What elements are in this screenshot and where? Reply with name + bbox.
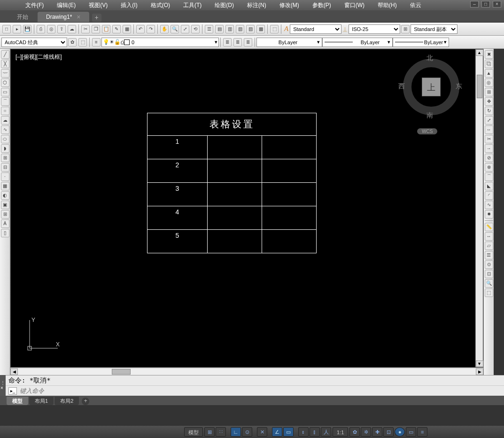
group-icon[interactable]: ⬚	[270, 25, 279, 33]
copy-obj-icon[interactable]: ⿻	[485, 60, 493, 68]
stretch-icon[interactable]: ↔	[485, 125, 493, 134]
dimstyle-select[interactable]: ISO-25	[349, 24, 400, 34]
hardware-accel-icon[interactable]: ⊡	[383, 427, 394, 437]
list-icon[interactable]: ☰	[485, 251, 493, 259]
menu-dimension[interactable]: 标注(N)	[240, 1, 273, 9]
scroll-thumb-v[interactable]	[477, 75, 482, 98]
menu-tools[interactable]: 工具(T)	[177, 1, 208, 9]
tool-palette-icon[interactable]: ▥	[225, 25, 234, 33]
qp-toggle-icon[interactable]: 人	[321, 427, 331, 437]
scroll-up-icon[interactable]: ▲	[476, 49, 483, 56]
scroll-down-icon[interactable]: ▼	[476, 360, 483, 367]
cloud-icon[interactable]: ☁	[68, 25, 76, 33]
table-cell[interactable]	[262, 159, 317, 183]
menu-insert[interactable]: 插入(I)	[114, 1, 144, 9]
menu-view[interactable]: 视图(V)	[82, 1, 114, 9]
menu-format[interactable]: 格式(O)	[144, 1, 177, 9]
table-cell[interactable]: 1	[147, 136, 208, 159]
workspace-save-icon[interactable]: ⬚	[78, 38, 87, 47]
menu-edit[interactable]: 编辑(E)	[50, 1, 82, 9]
layer-prev-icon[interactable]: ≣	[244, 38, 252, 47]
compass-west[interactable]: 西	[398, 82, 405, 91]
drawing-canvas[interactable]: [–][俯视][二维线框] 表格设置 1 2 3 4 5 Y X	[10, 49, 483, 368]
menu-yiyun[interactable]: 依云	[403, 1, 428, 9]
trim-icon[interactable]: ✂	[485, 135, 493, 143]
window-close-icon[interactable]: ×	[493, 1, 501, 8]
table-cell[interactable]	[262, 230, 317, 253]
gear-icon[interactable]: ✿	[349, 427, 360, 437]
zoom-prev-icon[interactable]: ⟲	[191, 25, 200, 33]
blend-icon[interactable]: ∿	[485, 201, 493, 209]
cut-icon[interactable]: ✂	[81, 25, 90, 33]
open-icon[interactable]: ▸	[13, 25, 21, 33]
match-icon[interactable]: ✎	[112, 25, 121, 33]
zoom-window-icon[interactable]: ⤢	[181, 25, 189, 33]
scrollbar-horizontal[interactable]: ◀ ▶	[10, 368, 483, 375]
table-cell[interactable]: 3	[147, 183, 208, 206]
hatch-icon[interactable]: ▦	[1, 182, 9, 190]
command-prompt-icon[interactable]: ▸_	[8, 387, 17, 395]
explode-icon[interactable]: ✸	[485, 210, 493, 219]
paste-icon[interactable]: 📋	[102, 25, 110, 33]
erase-icon[interactable]: ✖	[485, 50, 493, 59]
command-input[interactable]	[20, 387, 504, 394]
make-block-icon[interactable]: ⊟	[1, 163, 9, 172]
tablestyle-select[interactable]: Standard 副本	[411, 24, 457, 34]
polar-toggle-icon[interactable]: ⊙	[242, 427, 252, 437]
preview-icon[interactable]: ◎	[47, 25, 55, 33]
layer-iso-icon[interactable]: ≣	[233, 38, 242, 47]
compass-east[interactable]: 东	[456, 82, 462, 91]
compass-south[interactable]: 南	[426, 111, 433, 120]
spline-icon[interactable]: ∿	[1, 125, 9, 134]
close-tab-icon[interactable]: ×	[77, 13, 80, 21]
rotate-icon[interactable]: ↻	[485, 107, 493, 115]
wcs-label[interactable]: WCS	[417, 128, 437, 134]
block-icon[interactable]: ▦	[123, 25, 131, 33]
layer-control[interactable]: 💡 ☀ 🔓 ⎙ 0 ▾	[101, 38, 219, 47]
qselect-icon[interactable]: ⊡	[485, 270, 493, 278]
table-cell[interactable]	[262, 183, 317, 206]
scroll-thumb-h[interactable]	[112, 369, 131, 375]
dyn-toggle-icon[interactable]: ▭	[283, 427, 294, 437]
table-cell[interactable]	[208, 230, 262, 253]
measure-icon[interactable]: 📏	[485, 223, 493, 231]
line-icon[interactable]: ╱	[1, 50, 9, 59]
addselect-icon[interactable]: ▯	[1, 229, 9, 237]
scrollbar-vertical[interactable]: ▲ ▼	[475, 49, 483, 367]
table-icon[interactable]: ⊞	[1, 210, 9, 219]
table-cell[interactable]	[262, 136, 317, 159]
design-center-icon[interactable]: ▤	[215, 25, 224, 33]
menu-window[interactable]: 窗口(W)	[338, 1, 371, 9]
workspace-settings-icon[interactable]: ✿	[68, 38, 77, 47]
layer-manager-icon[interactable]: ≡	[92, 38, 101, 47]
properties-icon[interactable]: ☰	[205, 25, 213, 33]
layer-state-icon[interactable]: ≣	[223, 38, 232, 47]
scroll-left-icon[interactable]: ◀	[10, 368, 18, 375]
redo-icon[interactable]: ↷	[147, 25, 155, 33]
arc-icon[interactable]: ⌒	[1, 97, 9, 106]
menu-file[interactable]: 文件(F)	[19, 1, 50, 9]
gradient-icon[interactable]: ◐	[1, 191, 9, 200]
viewport-label[interactable]: [–][俯视][二维线框]	[16, 53, 62, 61]
table-cell[interactable]: 5	[147, 230, 208, 253]
revcloud-icon[interactable]: ☁	[1, 116, 9, 125]
command-drag-handle[interactable]: ⋮×	[0, 375, 6, 396]
scroll-right-icon[interactable]: ▶	[476, 368, 483, 375]
polygon-icon[interactable]: ⬡	[1, 78, 9, 87]
view-cube[interactable]: 北 南 西 东 上 WCS	[398, 54, 464, 129]
table-cell[interactable]	[208, 206, 262, 230]
ucs-icon[interactable]: Y X	[25, 315, 62, 353]
offset-icon[interactable]: ◎	[485, 78, 493, 87]
ortho-toggle-icon[interactable]: ∟	[231, 427, 241, 437]
annotation-scale[interactable]: 1:1	[333, 427, 348, 437]
circle-icon[interactable]: ○	[1, 107, 9, 115]
scale-icon[interactable]: ⤢	[485, 116, 493, 125]
pan-icon[interactable]: ✋	[160, 25, 169, 33]
table-cell[interactable]: 2	[147, 159, 208, 183]
table-cell[interactable]	[208, 183, 262, 206]
fillet-icon[interactable]: ◜	[485, 191, 493, 200]
chamfer-icon[interactable]: ◣	[485, 182, 493, 190]
tab-start[interactable]: 开始	[8, 12, 37, 22]
add-layout-button[interactable]: +	[82, 398, 89, 405]
layout-tab-1[interactable]: 布局1	[29, 397, 54, 405]
